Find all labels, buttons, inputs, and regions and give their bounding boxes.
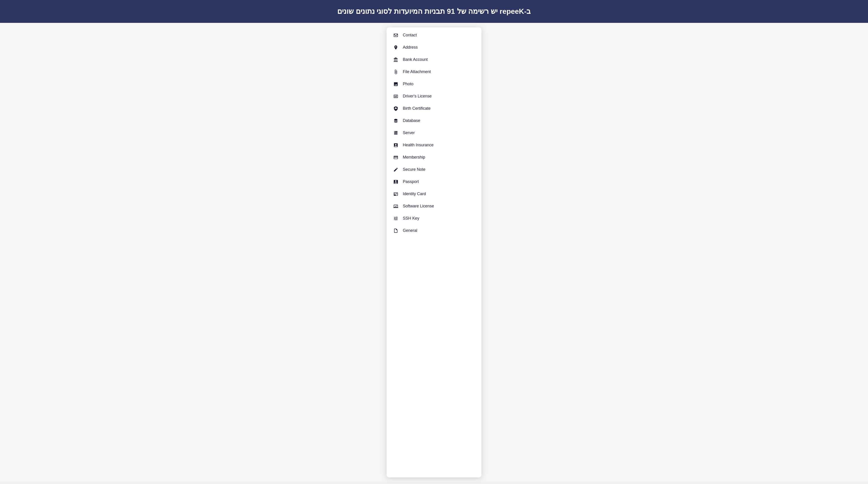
list-item[interactable]: File Attachment	[386, 66, 482, 78]
health-insurance-label: Health Insurance	[403, 143, 434, 148]
bank-icon	[393, 57, 399, 63]
software-license-icon	[393, 203, 399, 209]
list-item[interactable]: Photo	[386, 78, 482, 90]
server-icon	[393, 130, 399, 136]
identity-card-label: Identity Card	[403, 191, 426, 196]
list-item[interactable]: Server	[386, 127, 482, 139]
file-attachment-label: File Attachment	[403, 69, 431, 74]
passport-icon	[393, 179, 399, 185]
dropdown-panel: Contact Address Bank Account	[386, 27, 482, 478]
general-label: General	[403, 228, 417, 233]
header-title: ב-Keeper יש רשימה של 19 תבניות המיועדות …	[9, 6, 859, 17]
drivers-license-label: Driver's License	[403, 94, 432, 99]
header-banner: ב-Keeper יש רשימה של 19 תבניות המיועדות …	[0, 0, 868, 23]
drivers-license-icon	[393, 93, 399, 99]
list-item[interactable]: Contact	[386, 29, 482, 41]
list-item[interactable]: SSH Key	[386, 212, 482, 224]
ssh-key-label: SSH Key	[403, 216, 419, 221]
attachment-icon	[393, 69, 399, 75]
list-item[interactable]: Address	[386, 41, 482, 54]
list-item[interactable]: General	[386, 224, 482, 237]
membership-label: Membership	[403, 155, 425, 160]
photo-icon	[393, 81, 399, 87]
contact-icon	[393, 32, 399, 38]
health-insurance-icon	[393, 142, 399, 148]
list-item[interactable]: Database	[386, 115, 482, 127]
ssh-key-icon	[393, 215, 399, 221]
list-item[interactable]: Secure Note	[386, 163, 482, 176]
list-item[interactable]: Birth Certificate	[386, 102, 482, 115]
list-item[interactable]: Identity Card	[386, 188, 482, 200]
bank-account-label: Bank Account	[403, 57, 428, 62]
address-label: Address	[403, 45, 418, 50]
database-label: Database	[403, 118, 420, 123]
secure-note-icon	[393, 167, 399, 173]
server-label: Server	[403, 130, 415, 135]
identity-card-icon	[393, 191, 399, 197]
contact-label: Contact	[403, 33, 417, 37]
passport-label: Passport	[403, 179, 419, 184]
list-item[interactable]: Membership	[386, 151, 482, 163]
secure-note-label: Secure Note	[403, 167, 426, 172]
list-item[interactable]: Software License	[386, 200, 482, 212]
software-license-label: Software License	[403, 204, 434, 209]
address-icon	[393, 44, 399, 51]
list-item[interactable]: Bank Account	[386, 54, 482, 66]
membership-icon	[393, 154, 399, 160]
content-area: Contact Address Bank Account	[0, 23, 868, 482]
list-item[interactable]: Passport	[386, 176, 482, 188]
list-item[interactable]: Driver's License	[386, 90, 482, 102]
photo-label: Photo	[403, 82, 413, 86]
birth-certificate-icon	[393, 105, 399, 112]
database-icon	[393, 118, 399, 124]
general-icon	[393, 228, 399, 234]
list-item[interactable]: Health Insurance	[386, 139, 482, 151]
birth-certificate-label: Birth Certificate	[403, 106, 431, 111]
